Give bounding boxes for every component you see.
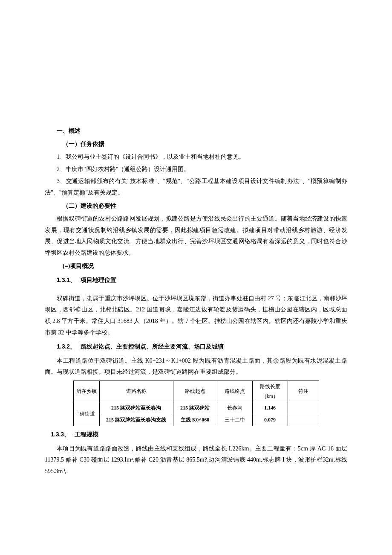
heading-necessity: （二）建设的必要性 — [45, 200, 347, 212]
necessity-body: 根据双碑街道的农村公路路网发展规划，拟建公路是方便沿线民众出行的主要通道。随着当… — [45, 213, 347, 259]
cell-name: 215 路双碑站至长春沟 — [99, 402, 173, 414]
document-page: 一、概述 （一）任务依据 1、我公司与业主签订的《设计合同书》，以及业主和当地村… — [0, 0, 392, 555]
task-item-3: 3、交通运输部颁布的有关"技术标准"、"规范"、"公路工程基本建设项目设计文件编… — [45, 176, 347, 198]
heading-132: 1.3.2、 路线起讫点、主要控制点、所经主要河流、场口及城镇 — [45, 341, 347, 353]
heading-133: 1.3.3、 工程规模 — [45, 429, 347, 441]
heading-project-overview: (=)项目概况 — [45, 261, 347, 272]
table-row: 215 路双牌站至长春沟支线 主线 K0^060 三十二中 0.079 — [73, 414, 319, 426]
th-length: 路线长度（km） — [252, 381, 288, 402]
table-row: "碑街道 215 路双碑站至长春沟 215 路双碑站 长春沟 1.146 — [73, 402, 319, 414]
cell-start: 主线 K0^060 — [173, 414, 217, 426]
th-start: 路线起点 — [173, 381, 217, 402]
cell-end: 长春沟 — [217, 402, 252, 414]
th-town: 所在乡镇 — [73, 381, 99, 402]
th-name: 道路名称 — [99, 381, 173, 402]
route-table: 所在乡镇 道路名称 路线起点 路线终点 路线长度（km） 符注 "碑街道 215… — [73, 381, 319, 426]
section-title: 路线起讫点、主要控制点、所经主要河流、场口及城镇 — [81, 343, 224, 350]
th-end: 路线终点 — [217, 381, 252, 402]
cell-note — [288, 414, 319, 426]
body-131: 双碑街道，隶属于重庆市沙坪坝区。位于沙坪坝区境东部，街道办事处驻自由村 27 号… — [45, 293, 347, 338]
body-132: 本工程道路位于双碑街道。主线 K0+231～K1+002 段为既有沥青混凝土路面… — [45, 355, 347, 378]
cell-start: 215 路双碑站 — [173, 402, 217, 414]
section-number: 1.3.1、 — [57, 276, 76, 283]
heading-overview: 一、概述 — [45, 125, 347, 137]
section-title: 工程规模 — [75, 431, 98, 438]
table-header-row: 所在乡镇 道路名称 路线起点 路线终点 路线长度（km） 符注 — [73, 381, 319, 402]
cell-note — [288, 402, 319, 414]
task-item-2: 2、肀庆市"四好农村路"（通组公路）设计通用图。 — [45, 164, 347, 175]
cell-end: 三十二中 — [217, 414, 252, 426]
section-number: 1.3.3、 — [51, 431, 70, 438]
cell-name: 215 路双牌站至长春沟支线 — [99, 414, 173, 426]
th-note: 符注 — [288, 381, 319, 402]
heading-task-basis: （一）任务依据 — [45, 139, 347, 150]
section-title: 项目地理位置 — [81, 277, 116, 283]
heading-131: 1.3.1、 项目地理位置 — [45, 274, 347, 286]
section-number: 1.3.2、 — [57, 343, 76, 350]
body-133: 本项目为既有道路路面改造，路线由主线和支线组成，路线全长 L226km。主要工程… — [45, 443, 347, 477]
cell-length: 0.079 — [252, 414, 288, 426]
cell-town: "碑街道 — [73, 402, 99, 426]
cell-length: 1.146 — [252, 402, 288, 414]
task-item-1: 1、我公司与业主签订的《设计合同书》，以及业主和当地村社的意见。 — [45, 151, 347, 163]
